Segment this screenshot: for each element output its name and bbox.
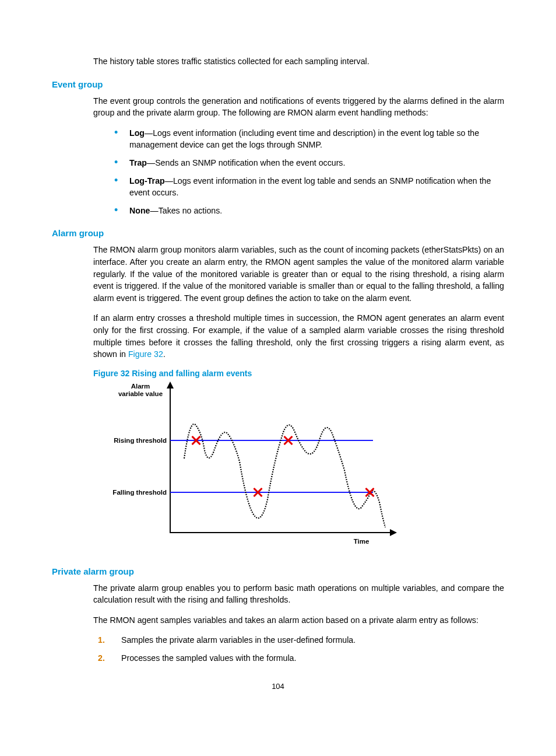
falling-threshold-label: Falling threshold [93, 489, 167, 496]
figure-caption: Figure 32 Rising and falling alarm event… [93, 369, 504, 378]
event-item-logtrap: Log-Trap—Logs event information in the e… [114, 175, 504, 199]
figure-link[interactable]: Figure 32 [128, 349, 163, 359]
x-axis-label: Time [344, 538, 379, 545]
term-none: None [129, 206, 150, 215]
y-axis-label: Alarm variable value [114, 383, 167, 398]
heading-private-alarm: Private alarm group [52, 566, 504, 576]
y-axis-label-2: variable value [118, 390, 163, 397]
event-group-para: The event group controls the generation … [93, 95, 504, 119]
cross-icon [364, 487, 375, 498]
alarm-p2: If an alarm entry crosses a threshold mu… [93, 312, 504, 360]
desc-log: —Logs event information (including event… [129, 128, 479, 150]
desc-trap: —Sends an SNMP notification when the eve… [147, 158, 345, 167]
step-num: 2. [98, 652, 105, 664]
rising-threshold-label: Rising threshold [93, 437, 167, 444]
desc-logtrap: —Logs event information in the event log… [129, 176, 491, 198]
cross-icon [252, 487, 263, 498]
document-page: The history table stores traffic statist… [0, 0, 556, 726]
step-num: 1. [98, 634, 105, 646]
private-alarm-body: The private alarm group enables you to p… [93, 582, 504, 664]
step-2: 2.Processes the sampled values with the … [98, 652, 504, 664]
figure-32: Alarm variable value Rising threshold Fa… [93, 383, 385, 555]
step-text: Processes the sampled values with the fo… [121, 653, 296, 663]
alarm-group-body: The RMON alarm group monitors alarm vari… [93, 244, 504, 554]
event-item-log: Log—Logs event information (including ev… [114, 127, 504, 151]
page-number: 104 [52, 682, 504, 691]
alarm-p1: The RMON alarm group monitors alarm vari… [93, 244, 504, 304]
event-group-body: The event group controls the generation … [93, 95, 504, 217]
cross-icon [191, 435, 201, 446]
step-text: Samples the private alarm variables in t… [121, 635, 356, 645]
event-item-none: None—Takes no actions. [114, 205, 504, 217]
desc-none: —Takes no actions. [150, 206, 222, 215]
y-axis-label-1: Alarm [131, 383, 150, 390]
step-1: 1.Samples the private alarm variables in… [98, 634, 504, 646]
alarm-curve [170, 383, 391, 533]
private-p1: The private alarm group enables you to p… [93, 582, 504, 606]
intro-paragraph: The history table stores traffic statist… [93, 55, 504, 68]
heading-event-group: Event group [52, 79, 504, 89]
event-item-trap: Trap—Sends an SNMP notification when the… [114, 157, 504, 169]
heading-alarm-group: Alarm group [52, 228, 504, 238]
term-logtrap: Log-Trap [129, 176, 165, 186]
private-steps: 1.Samples the private alarm variables in… [98, 634, 504, 664]
private-p2: The RMON agent samples variables and tak… [93, 614, 504, 626]
event-methods-list: Log—Logs event information (including ev… [114, 127, 504, 217]
term-log: Log [129, 128, 145, 138]
alarm-p2b: . [163, 349, 166, 359]
term-trap: Trap [129, 158, 147, 167]
cross-icon [283, 435, 293, 446]
